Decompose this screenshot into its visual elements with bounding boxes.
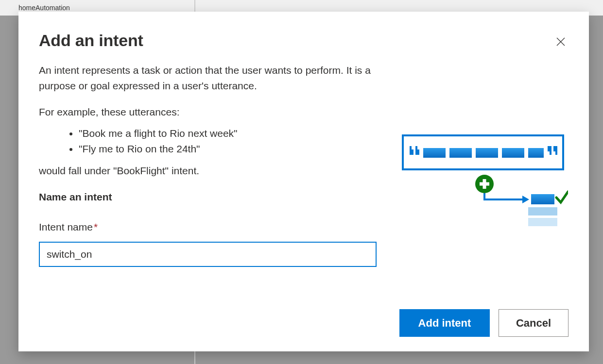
- close-button[interactable]: [553, 34, 569, 50]
- example-lead-text: For example, these utterances:: [39, 104, 377, 120]
- example-item: "Book me a flight to Rio next week": [79, 126, 377, 142]
- modal-left-column: An intent represents a task or action th…: [39, 63, 377, 309]
- cancel-button[interactable]: Cancel: [499, 309, 569, 337]
- example-item: "Fly me to Rio on the 24th": [79, 141, 377, 157]
- svg-rect-6: [502, 148, 524, 158]
- svg-rect-7: [528, 148, 544, 158]
- add-intent-modal: Add an intent An intent represents a tas…: [18, 12, 589, 351]
- svg-rect-5: [476, 148, 498, 158]
- svg-rect-12: [528, 207, 557, 215]
- svg-rect-11: [531, 194, 554, 204]
- modal-right-column: [400, 63, 569, 309]
- section-heading: Name an intent: [39, 189, 377, 205]
- modal-header: Add an intent: [39, 31, 569, 50]
- svg-rect-4: [449, 148, 472, 158]
- example-end-text: would fall under "BookFlight" intent.: [39, 163, 377, 179]
- intent-description: An intent represents a task or action th…: [39, 63, 377, 94]
- example-list: "Book me a flight to Rio next week" "Fly…: [39, 126, 377, 157]
- required-asterisk: *: [94, 221, 98, 232]
- svg-rect-3: [423, 148, 446, 158]
- modal-footer: Add intent Cancel: [39, 309, 569, 337]
- intent-illustration: [401, 134, 568, 232]
- svg-rect-10: [482, 179, 486, 189]
- modal-title: Add an intent: [39, 31, 143, 50]
- svg-rect-13: [528, 218, 557, 226]
- intent-name-label: Intent name*: [39, 221, 98, 232]
- add-intent-button[interactable]: Add intent: [399, 309, 490, 337]
- close-icon: [555, 36, 567, 48]
- modal-body: An intent represents a task or action th…: [39, 63, 569, 309]
- field-label-text: Intent name: [39, 219, 93, 235]
- intent-name-input[interactable]: [39, 242, 377, 267]
